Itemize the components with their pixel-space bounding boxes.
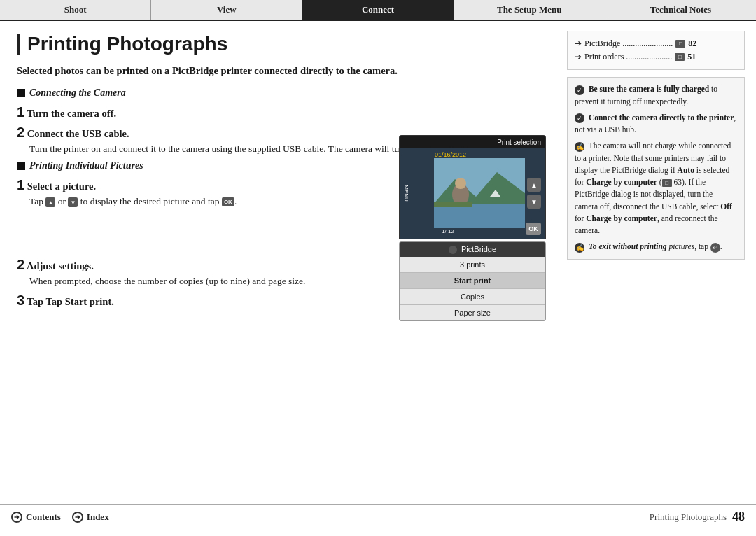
- contents-link[interactable]: ➔ Contents: [11, 512, 72, 523]
- note-charge-computer-2: Charge by computer: [586, 214, 657, 223]
- note-charge-by-computer: Charge by computer: [586, 178, 657, 186]
- back-button-icon: ↩: [710, 243, 720, 253]
- up-arrow-btn[interactable]: ▲: [527, 178, 541, 192]
- bottom-left: ➔ Contents ➔ Index: [11, 512, 221, 523]
- nav-view-label: View: [217, 4, 237, 15]
- steps-with-camera: Print selection 01/16/2012 MENU: [17, 177, 546, 328]
- ref-arrow-1: ➔: [575, 37, 582, 50]
- nav-connect[interactable]: Connect: [302, 0, 454, 20]
- note2-bold: Connect the camera directly to the print…: [589, 113, 734, 122]
- nav-arrows: ▲ ▼: [527, 178, 541, 209]
- landscape-illustration: [434, 158, 525, 228]
- note-exit-pictures: pictures, tap: [669, 242, 710, 251]
- step1-title: 1 Turn the camera off.: [17, 104, 546, 120]
- ref-pictbridge-num: 82: [688, 37, 696, 50]
- ok-button[interactable]: OK: [526, 223, 541, 235]
- page-title: Printing Photographs: [17, 34, 546, 55]
- down-arrow-btn[interactable]: ▼: [527, 195, 541, 209]
- reference-box: ➔ PictBridge ........................ □ …: [567, 31, 745, 70]
- up-arrow-icon: ▲: [46, 197, 55, 207]
- section-icon: [17, 89, 25, 97]
- counter-label: 1/ 12: [442, 228, 454, 234]
- pictbridge-panel: PictBridge 3 prints Start print Copies P…: [399, 241, 546, 321]
- nav-technical-notes-label: Technical Notes: [650, 4, 711, 15]
- paper-size-row[interactable]: Paper size: [400, 305, 545, 320]
- check-icon-3: ✍: [575, 142, 584, 152]
- nav-technical-notes[interactable]: Technical Notes: [606, 0, 756, 20]
- prints-row: 3 prints: [400, 257, 545, 273]
- pictbridge-icon: [449, 246, 457, 254]
- section2-heading-text: Printing Individual Pictures: [29, 160, 144, 171]
- step-1: 1 Turn the camera off.: [17, 104, 546, 120]
- pictbridge-title: PictBridge: [400, 242, 545, 257]
- svg-rect-6: [434, 202, 472, 207]
- date-label: 01/16/2012: [435, 151, 466, 158]
- note-connect-directly: ✓ Connect the camera directly to the pri…: [575, 112, 737, 136]
- bottom-right: Printing Photographs 48: [650, 509, 745, 524]
- note1-charged: charged: [682, 85, 710, 93]
- nav-connect-label: Connect: [362, 4, 394, 15]
- book-icon-2: □: [675, 53, 685, 61]
- index-arrow-icon: ➔: [72, 512, 83, 523]
- camera-screen: 01/16/2012 MENU: [399, 148, 546, 239]
- note-auto: Auto: [678, 166, 694, 174]
- nav-setup-menu[interactable]: The Setup Menu: [454, 0, 606, 20]
- ref-arrow-2: ➔: [575, 50, 582, 64]
- menu-label: MENU: [403, 185, 410, 202]
- nav-shoot[interactable]: Shoot: [0, 0, 151, 20]
- note-exit: ✍ To exit without printing pictures, tap…: [575, 241, 737, 253]
- copies-row[interactable]: Copies: [400, 289, 545, 305]
- note-charged: ✓ Be sure the camera is fully charged to…: [575, 83, 737, 108]
- section1-heading: Connecting the Camera: [17, 87, 546, 99]
- ref-print-orders-num: 51: [687, 50, 696, 64]
- index-link[interactable]: ➔ Index: [72, 512, 120, 523]
- down-arrow-icon: ▼: [68, 197, 78, 207]
- contents-arrow-icon: ➔: [11, 512, 22, 523]
- note-charge-warning: ✍ The camera will not charge while conne…: [575, 140, 737, 237]
- index-label: Index: [87, 512, 109, 523]
- check-icon-1: ✓: [575, 85, 584, 95]
- ok-icon: OK: [222, 197, 234, 207]
- nav-view[interactable]: View: [151, 0, 302, 20]
- check-icon-2: ✓: [575, 113, 584, 123]
- book-icon-1: □: [676, 40, 685, 48]
- page-number: 48: [732, 509, 745, 524]
- note-exit-bold: To exit without printing: [589, 242, 667, 251]
- intro-text: Selected photos can be printed on a Pict…: [17, 64, 546, 78]
- main-content: Printing Photographs Selected photos can…: [0, 21, 756, 504]
- right-column: ➔ PictBridge ........................ □ …: [560, 21, 756, 504]
- svg-rect-1: [434, 204, 525, 228]
- svg-point-5: [455, 178, 466, 189]
- section1-heading-text: Connecting the Camera: [29, 87, 126, 99]
- page-label: Printing Photographs: [650, 512, 727, 523]
- book-icon-3: □: [662, 179, 672, 187]
- ref-item-pictbridge: ➔ PictBridge ........................ □ …: [575, 37, 737, 50]
- note-off: Off: [720, 202, 732, 211]
- ref-pictbridge-text: PictBridge ........................: [584, 37, 673, 50]
- left-column: Printing Photographs Selected photos can…: [0, 21, 560, 504]
- ref-print-orders-text: Print orders ......................: [584, 50, 672, 64]
- top-navigation: Shoot View Connect The Setup Menu Techni…: [0, 0, 756, 21]
- ref-item-print-orders: ➔ Print orders ...................... □ …: [575, 50, 737, 64]
- bottom-bar: ➔ Contents ➔ Index Printing Photographs …: [0, 504, 756, 529]
- nav-setup-menu-label: The Setup Menu: [497, 4, 561, 15]
- camera-ui: Print selection 01/16/2012 MENU: [399, 135, 546, 321]
- contents-label: Contents: [26, 512, 61, 523]
- start-print-row[interactable]: Start print: [400, 273, 545, 289]
- section2-icon: [17, 162, 25, 170]
- nav-shoot-label: Shoot: [64, 4, 87, 15]
- note1-bold: Be sure the camera is fully: [589, 85, 680, 93]
- notes-box: ✓ Be sure the camera is fully charged to…: [567, 77, 745, 259]
- check-icon-4: ✍: [575, 243, 584, 253]
